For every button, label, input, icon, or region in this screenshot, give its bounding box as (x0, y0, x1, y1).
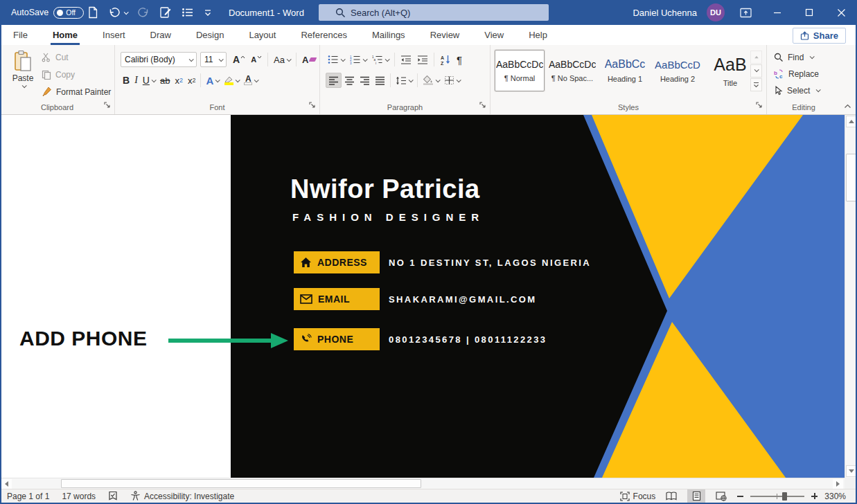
more-commands-chevron[interactable] (204, 8, 212, 17)
collapse-ribbon-chevron[interactable] (844, 99, 851, 111)
cut-button[interactable]: Cut (42, 51, 111, 64)
horizontal-scroll-thumb[interactable] (61, 479, 421, 488)
increase-indent-button[interactable] (415, 52, 430, 67)
horizontal-scrollbar[interactable] (0, 478, 845, 489)
tab-home[interactable]: Home (51, 25, 80, 45)
replace-button[interactable]: bc Replace (774, 67, 820, 80)
zoom-out-button[interactable] (737, 496, 743, 497)
change-case-button[interactable]: Aa (272, 52, 292, 67)
web-layout-button[interactable] (712, 489, 730, 503)
tab-file[interactable]: File (11, 25, 30, 45)
zoom-level[interactable]: 330% (824, 492, 846, 501)
styles-scroll-up-button[interactable] (750, 51, 762, 64)
format-painter-button[interactable]: Format Painter (42, 85, 111, 98)
paragraph-dialog-launcher-icon[interactable] (479, 99, 486, 111)
style-heading2[interactable]: AaBbCcD Heading 2 (653, 50, 703, 91)
focus-mode-button[interactable]: Focus (620, 492, 656, 501)
style-heading1[interactable]: AaBbCc Heading 1 (600, 50, 650, 91)
style-normal[interactable]: AaBbCcDc ¶ Normal (495, 50, 545, 91)
clear-formatting-button[interactable]: A (300, 52, 318, 67)
show-formatting-button[interactable]: ¶ (454, 52, 464, 67)
redo-button[interactable] (137, 7, 150, 18)
multilevel-list-button[interactable]: 1ai (370, 52, 391, 67)
read-mode-button[interactable] (662, 489, 680, 503)
text-highlight-button[interactable] (222, 73, 241, 88)
editor-icon[interactable] (159, 6, 172, 19)
font-size-combo[interactable]: 11 (200, 52, 227, 67)
word-window: AutoSave Off (0, 0, 857, 504)
strikethrough-button[interactable]: ab (158, 73, 172, 88)
grow-font-button[interactable]: A (231, 52, 247, 67)
style-title[interactable]: AaB Title (705, 50, 755, 91)
tab-layout[interactable]: Layout (247, 25, 278, 45)
ribbon-display-options-icon[interactable] (740, 8, 752, 18)
autosave-toggle[interactable]: Off (53, 7, 84, 19)
search-placeholder: Search (Alt+Q) (351, 8, 410, 18)
superscript-button[interactable]: x2 (186, 73, 198, 88)
maximize-button[interactable] (793, 0, 825, 25)
paste-button[interactable]: Paste (7, 50, 39, 105)
text-effects-button[interactable]: A (204, 73, 221, 88)
align-right-button[interactable] (357, 73, 372, 88)
accessibility-status[interactable]: Accessibility: Investigate (130, 491, 234, 501)
sort-button[interactable]: AZ (438, 52, 453, 67)
paste-dropdown-chevron (22, 83, 27, 88)
line-spacing-button[interactable] (394, 73, 414, 88)
font-color-button[interactable]: A (242, 73, 260, 88)
focus-label: Focus (633, 492, 656, 501)
font-dialog-launcher-icon[interactable] (309, 99, 316, 111)
avatar[interactable]: DU (707, 3, 725, 21)
print-layout-button[interactable] (687, 489, 705, 503)
tab-references[interactable]: References (299, 25, 348, 45)
undo-dropdown-chevron[interactable] (124, 10, 129, 15)
justify-button[interactable] (373, 73, 387, 88)
tab-design[interactable]: Design (194, 25, 226, 45)
style-no-spacing[interactable]: AaBbCcDc ¶ No Spac... (547, 50, 597, 91)
align-center-button[interactable] (342, 73, 357, 88)
align-left-button[interactable] (326, 73, 342, 88)
tab-mailings[interactable]: Mailings (370, 25, 407, 45)
decrease-indent-button[interactable] (398, 52, 414, 67)
bullet-list-icon[interactable] (182, 7, 194, 18)
copy-button[interactable]: Copy (42, 68, 111, 81)
document-canvas[interactable]: Nwifor Patricia FASHION DESIGNER ADDRESS… (0, 115, 845, 478)
bold-button[interactable]: B (121, 73, 132, 88)
tab-view[interactable]: View (482, 25, 506, 45)
italic-button[interactable]: I (132, 73, 140, 88)
zoom-slider-handle[interactable] (782, 492, 787, 501)
search-box[interactable]: Search (Alt+Q) (319, 4, 549, 21)
scroll-left-button[interactable] (1, 479, 12, 489)
underline-button[interactable]: U (141, 73, 157, 88)
word-count[interactable]: 17 words (62, 492, 96, 501)
shading-button[interactable] (421, 73, 441, 88)
borders-button[interactable] (442, 73, 462, 88)
page-status[interactable]: Page 1 of 1 (7, 492, 49, 501)
numbering-button[interactable]: 123 (348, 52, 369, 67)
styles-dialog-launcher-icon[interactable] (756, 99, 763, 111)
zoom-in-button[interactable] (811, 493, 818, 499)
font-name-combo[interactable]: Calibri (Body) (121, 52, 197, 67)
select-button[interactable]: Select (774, 84, 820, 97)
tab-review[interactable]: Review (428, 25, 462, 45)
tab-draw[interactable]: Draw (148, 25, 173, 45)
minimize-button[interactable] (761, 0, 793, 25)
close-button[interactable] (825, 0, 857, 25)
subscript-button[interactable]: x2 (173, 73, 185, 88)
zoom-slider[interactable] (750, 496, 804, 497)
shrink-font-button[interactable]: A (249, 52, 264, 67)
tab-help[interactable]: Help (527, 25, 549, 45)
business-card[interactable]: Nwifor Patricia FASHION DESIGNER ADDRESS… (231, 115, 845, 478)
proofing-status-icon[interactable] (108, 491, 118, 501)
tab-insert[interactable]: Insert (100, 25, 127, 45)
scroll-right-button[interactable] (833, 479, 843, 489)
styles-more-button[interactable] (750, 78, 762, 91)
find-button[interactable]: Find (774, 51, 820, 64)
clipboard-dialog-launcher-icon[interactable] (104, 99, 111, 111)
svg-text:i: i (376, 62, 376, 65)
share-button[interactable]: Share (793, 28, 846, 44)
style-heading1-label: Heading 1 (608, 75, 642, 83)
styles-scroll-down-button[interactable] (750, 64, 762, 78)
bullets-button[interactable] (326, 52, 346, 67)
undo-button[interactable] (108, 7, 127, 18)
new-document-icon[interactable] (87, 6, 98, 19)
